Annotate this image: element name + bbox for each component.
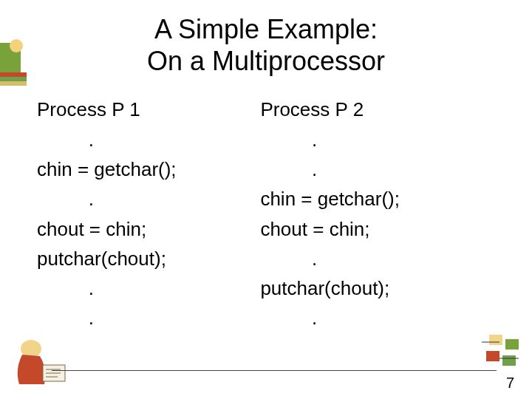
p2-line: . [260,125,502,154]
p1-line: putchar(chout); [37,244,260,273]
p2-line: chout = chin; [260,214,502,244]
p1-line: . [37,125,260,154]
svg-rect-8 [502,355,516,366]
svg-rect-5 [489,335,502,345]
process-p2-column: Process P 2 . . chin = getchar(); chout … [260,95,502,332]
slide: A Simple Example: On a Multiprocessor Pr… [0,0,532,399]
p1-line: . [37,303,260,332]
svg-rect-2 [0,72,27,77]
svg-rect-4 [0,81,27,86]
p2-line: putchar(chout); [260,273,502,303]
p1-line: . [37,273,260,303]
p2-header: Process P 2 [260,95,502,124]
decorative-corner-top-left [0,35,43,93]
two-column-layout: Process P 1 . chin = getchar(); . chout … [30,95,502,332]
p1-line: chout = chin; [37,214,260,244]
divider-line [52,370,497,371]
title-line-1: A Simple Example: [154,14,378,44]
p1-header: Process P 1 [37,95,260,124]
svg-point-1 [10,39,23,52]
slide-title: A Simple Example: On a Multiprocessor [30,13,502,77]
title-line-2: On a Multiprocessor [147,46,385,76]
svg-rect-3 [0,77,27,81]
svg-rect-6 [505,339,519,349]
decorative-corner-bottom-left [0,332,89,399]
p2-line: . [260,244,502,273]
p2-line: . [260,154,502,184]
process-p1-column: Process P 1 . chin = getchar(); . chout … [37,95,260,332]
p1-line: chin = getchar(); [37,154,260,184]
page-number: 7 [506,375,514,392]
p2-line: chin = getchar(); [260,184,502,214]
p1-line: . [37,184,260,214]
svg-rect-7 [486,351,499,361]
p2-line: . [260,303,502,332]
